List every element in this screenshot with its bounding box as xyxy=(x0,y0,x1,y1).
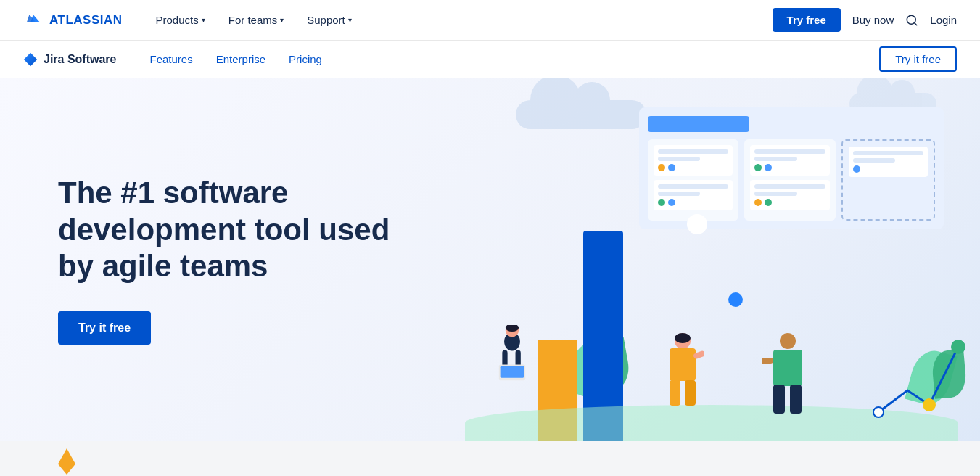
svg-point-20 xyxy=(873,407,884,417)
svg-line-1 xyxy=(915,22,917,25)
secondary-nav-links: Features Enterprise Pricing xyxy=(139,47,332,71)
secondary-navigation: Jira Software Features Enterprise Pricin… xyxy=(0,41,980,78)
dot-blue xyxy=(853,165,860,173)
login-button[interactable]: Login xyxy=(930,14,957,26)
kanban-card xyxy=(750,180,829,210)
features-link[interactable]: Features xyxy=(139,47,202,71)
dot-green xyxy=(765,199,772,206)
top-navigation: ATLASSIAN Products ▾ For teams ▾ Support… xyxy=(0,0,980,41)
dot-green xyxy=(754,164,762,171)
kanban-card xyxy=(750,145,829,176)
products-nav-link[interactable]: Products ▾ xyxy=(146,8,215,32)
search-button[interactable] xyxy=(905,14,918,27)
atlassian-logo[interactable]: ATLASSIAN xyxy=(23,10,123,30)
kanban-card xyxy=(654,145,733,176)
jira-diamond-icon xyxy=(23,52,38,67)
kanban-column-1 xyxy=(648,139,738,221)
dot-blue xyxy=(668,199,675,206)
buy-now-button[interactable]: Buy now xyxy=(852,14,894,26)
chevron-down-icon: ▾ xyxy=(280,16,284,24)
chevron-down-icon: ▾ xyxy=(202,16,205,24)
kanban-column-2 xyxy=(744,139,835,221)
hero-cta-button[interactable]: Try it free xyxy=(58,311,151,345)
chevron-down-icon: ▾ xyxy=(348,16,352,24)
bar-circle-bottom xyxy=(728,292,743,307)
logo-text: ATLASSIAN xyxy=(49,13,123,28)
for-teams-nav-link[interactable]: For teams ▾ xyxy=(218,8,295,32)
svg-rect-13 xyxy=(685,380,696,406)
person-left-illustration xyxy=(487,325,538,398)
svg-rect-16 xyxy=(773,350,802,386)
trend-chart-illustration xyxy=(871,340,965,427)
hero-content: The #1 software development tool used by… xyxy=(58,175,406,344)
person-right-illustration xyxy=(762,332,813,427)
svg-point-22 xyxy=(952,340,965,353)
hero-section: The #1 software development tool used by… xyxy=(0,78,980,441)
top-nav-links: Products ▾ For teams ▾ Support ▾ xyxy=(146,8,773,32)
svg-rect-17 xyxy=(773,385,785,414)
svg-rect-18 xyxy=(790,385,802,414)
pricing-link[interactable]: Pricing xyxy=(279,47,332,71)
person-center-illustration xyxy=(661,332,704,419)
dot-blue xyxy=(765,164,772,171)
secondary-nav-right: Try it free xyxy=(879,46,957,72)
kanban-card xyxy=(654,180,733,210)
try-it-free-button[interactable]: Try it free xyxy=(879,46,957,72)
cloud-decoration xyxy=(516,100,646,129)
bar-circle-top xyxy=(687,214,707,234)
svg-rect-8 xyxy=(501,366,524,377)
jira-logo-area: Jira Software xyxy=(23,52,116,67)
hero-illustration xyxy=(429,78,980,441)
svg-rect-19 xyxy=(762,358,773,364)
try-free-button[interactable]: Try free xyxy=(773,8,841,32)
kanban-columns xyxy=(648,139,935,221)
kanban-column-3-dashed xyxy=(841,139,935,221)
top-nav-right: Try free Buy now Login xyxy=(773,8,957,32)
enterprise-link[interactable]: Enterprise xyxy=(206,47,276,71)
dot-green xyxy=(658,199,665,206)
kanban-card xyxy=(849,147,928,177)
svg-point-21 xyxy=(923,399,935,411)
hero-title: The #1 software development tool used by… xyxy=(58,175,406,284)
bottom-teaser-bar xyxy=(0,441,980,476)
product-name: Jira Software xyxy=(44,53,116,66)
dot-orange xyxy=(658,164,665,171)
bottom-decoration-icon xyxy=(58,448,75,475)
dot-blue xyxy=(668,164,675,171)
support-nav-link[interactable]: Support ▾ xyxy=(297,8,362,32)
svg-rect-12 xyxy=(670,380,680,406)
svg-rect-11 xyxy=(670,348,696,381)
kanban-board-illustration xyxy=(639,107,944,229)
dot-yellow xyxy=(754,199,762,206)
svg-point-10 xyxy=(675,333,691,343)
kanban-header-bar xyxy=(648,116,749,132)
svg-point-15 xyxy=(780,333,796,349)
